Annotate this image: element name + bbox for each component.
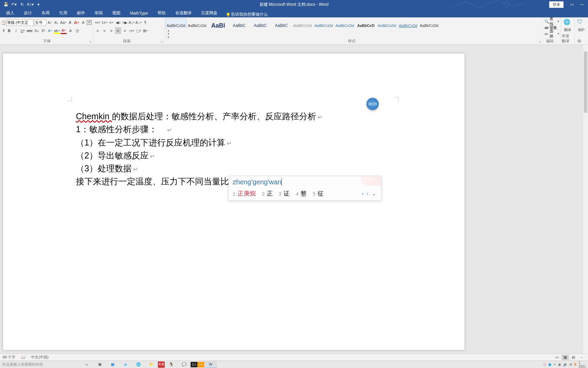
tray-icon[interactable]: ◉ [558, 363, 561, 366]
timer-badge[interactable]: 00:29 [366, 98, 379, 110]
read-mode-icon[interactable]: ▭ [553, 355, 561, 360]
print-layout-icon[interactable]: ▦ [561, 355, 569, 360]
tab-youdao[interactable]: 有道翻译 [170, 9, 196, 17]
zoom-out-icon[interactable]: − [578, 355, 585, 360]
ime-tray-icon[interactable]: S [574, 363, 576, 366]
style-item[interactable]: AaBbCcDd明显强调 [334, 18, 355, 29]
numbering-icon[interactable]: 1≡ [101, 19, 108, 26]
font-color-icon[interactable]: A [61, 27, 67, 34]
qq-icon[interactable]: 🐧 [165, 361, 178, 368]
tab-help[interactable]: 帮助 [153, 9, 170, 17]
tab-mailings[interactable]: 邮件 [72, 9, 90, 17]
decrease-indent-icon[interactable]: ◀≡ [115, 19, 121, 26]
translate-button[interactable]: 🌐 翻译 [564, 19, 572, 32]
ime-candidate[interactable]: 2正 [262, 189, 273, 198]
increase-font-icon[interactable]: A↑ [47, 19, 53, 26]
font-dialog-launcher-icon[interactable]: ↘ [88, 40, 92, 44]
change-case-icon[interactable]: Aa [60, 19, 66, 26]
shading-icon[interactable]: ▢ [135, 27, 142, 34]
ime-candidate[interactable]: 4整 [296, 189, 307, 198]
app-icon[interactable]: ◉ [119, 361, 132, 368]
tab-review[interactable]: 审阅 [90, 9, 108, 17]
ime-next-icon[interactable]: › [366, 191, 370, 196]
ime-candidate[interactable]: 1正庚烷 [233, 189, 256, 198]
tab-insert[interactable]: 插入 [1, 9, 19, 17]
word-icon[interactable]: W [204, 361, 217, 368]
style-item[interactable]: AaBbCcDd不明显参考 [419, 18, 440, 29]
taskbar-search[interactable]: 在这里输入你搜索的内容 [0, 361, 78, 368]
style-item[interactable]: AaBbC标题 [250, 18, 271, 29]
minimize-icon[interactable]: — [577, 1, 587, 8]
tray-icon[interactable]: ✦ [553, 363, 556, 366]
qat-undo-icon[interactable]: ↶▾ [11, 1, 17, 7]
style-item[interactable]: AaBbCcDd明显引用 [397, 18, 419, 29]
qat-save-icon[interactable]: 💾 [3, 1, 9, 7]
strike-icon[interactable]: abc [27, 27, 33, 34]
sort-icon[interactable]: A↓ [135, 19, 142, 26]
distribute-icon[interactable]: ≡ [122, 27, 128, 34]
qat-redo-icon[interactable]: ↻ [19, 1, 25, 7]
font-size-input[interactable] [34, 19, 46, 26]
style-item[interactable]: AaBbCcDd强调 [313, 18, 334, 29]
tab-layout[interactable]: 布局 [37, 9, 54, 17]
enclose-icon[interactable]: 字 [87, 20, 92, 25]
char-border-icon[interactable]: A [80, 19, 86, 26]
clock[interactable]: 12021 [578, 361, 586, 368]
align-right-icon[interactable]: ≡ [108, 27, 114, 34]
login-button[interactable]: 登录 [549, 1, 564, 8]
style-item[interactable]: AaBbC标题 2 [229, 18, 250, 29]
tray-icon[interactable]: ◇ [543, 363, 546, 366]
style-item[interactable]: AaBbCcDd↵ 无间隔 [186, 18, 208, 29]
style-item[interactable]: AaBl标题 1 [208, 18, 229, 29]
align-left-icon[interactable]: ≡ [95, 27, 101, 34]
word-count[interactable]: 88 个字 [3, 355, 15, 360]
clear-format-icon[interactable]: A̸ [67, 19, 73, 26]
enclose-char-icon[interactable]: ㊥ [74, 27, 80, 34]
volume-icon[interactable]: 🔊 [563, 363, 567, 366]
asian-layout-icon[interactable]: A↕ [129, 19, 135, 26]
tab-design[interactable]: 设计 [19, 9, 37, 17]
justify-icon[interactable]: ≡ [115, 27, 121, 34]
scrollbar-thumb[interactable] [584, 51, 587, 113]
style-item[interactable]: AaBbCcDd不明显强调 [292, 18, 313, 29]
styles-scroll-up-icon[interactable]: ▴ [166, 29, 171, 32]
terminal-icon[interactable]: C:\ [191, 362, 197, 367]
tab-view[interactable]: 视图 [108, 9, 125, 17]
language-status[interactable]: 中文(中国) [31, 355, 48, 360]
style-item[interactable]: AaBbC副标题 [271, 18, 292, 29]
ime-prev-icon[interactable]: ‹ [361, 191, 365, 196]
task-view-icon[interactable]: ⊞ [93, 361, 106, 368]
tell-me-search[interactable]: 💡 告诉我你想要做什么 [226, 12, 268, 17]
tab-references[interactable]: 引用 [54, 9, 72, 17]
style-item[interactable]: AaBbCcDd引用 [376, 18, 397, 29]
tab-baidu[interactable]: 百度网盘 [196, 9, 222, 17]
ime-expand-icon[interactable]: ⌄ [371, 191, 377, 196]
qat-touch-icon[interactable]: A↕▾ [27, 1, 33, 7]
qat-customize-icon[interactable]: ▾ [35, 1, 42, 7]
vertical-scrollbar[interactable] [583, 45, 588, 354]
app-icon[interactable]: CK [197, 362, 204, 367]
subscript-icon[interactable]: X₂ [33, 27, 39, 34]
tray-icon[interactable]: ▣ [548, 363, 551, 366]
ime-candidate[interactable]: 3证 [279, 189, 290, 198]
ime-candidate[interactable]: 5征 [313, 189, 324, 198]
app-icon[interactable]: ▦ [106, 361, 119, 368]
decrease-font-icon[interactable]: A↓ [53, 19, 59, 26]
ribbon-display-icon[interactable]: ▭ [567, 1, 576, 8]
align-center-icon[interactable]: ≡ [101, 27, 108, 34]
style-item[interactable]: AaBbCcD要点 [355, 18, 376, 29]
increase-indent-icon[interactable]: ≡▶ [122, 19, 128, 26]
style-item[interactable]: AaBbCcDd↵ 正文 [165, 18, 186, 29]
show-marks-icon[interactable]: ¶ [142, 19, 148, 26]
tray-icon[interactable]: ⊕ [569, 363, 572, 366]
styles-scroll-down-icon[interactable]: ▾ [166, 32, 171, 35]
explorer-icon[interactable]: 📁 [145, 361, 158, 368]
app-icon[interactable]: 有道 [158, 362, 165, 368]
paragraph-dialog-launcher-icon[interactable]: ↘ [160, 40, 164, 44]
borders-icon[interactable]: ⊞ [142, 27, 148, 34]
wechat-icon[interactable]: 💬 [178, 361, 191, 368]
tab-mathtype[interactable]: MathType [125, 9, 153, 17]
document-area[interactable]: 00:29 Chemkin 的数据后处理：敏感性分析、产率分析、反应路径分析↵ … [0, 45, 588, 361]
edge-icon[interactable]: 🌐 [132, 361, 145, 368]
bullets-icon[interactable]: •≡ [95, 19, 101, 26]
